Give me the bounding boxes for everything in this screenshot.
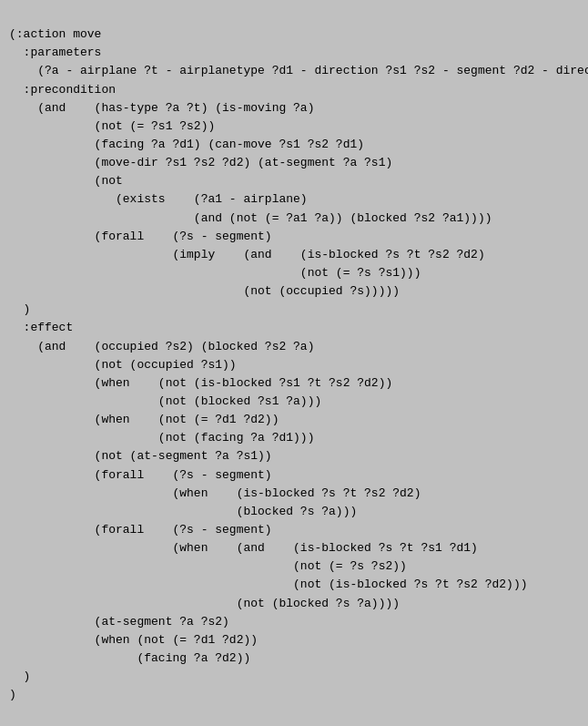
- code-line: (not (occupied ?s1)): [9, 356, 579, 374]
- code-line: (not (facing ?a ?d1))): [9, 429, 579, 447]
- code-line: (not (at-segment ?a ?s1)): [9, 447, 579, 465]
- code-line: ): [9, 301, 579, 319]
- code-line: (not (blocked ?s1 ?a))): [9, 393, 579, 411]
- code-display: (:action move :parameters (?a - airplane…: [4, 4, 584, 708]
- code-line: (not: [9, 172, 579, 190]
- code-line: (move-dir ?s1 ?s2 ?d2) (at-segment ?a ?s…: [9, 154, 579, 172]
- code-line: (facing ?a ?d1) (can-move ?s1 ?s2 ?d1): [9, 136, 579, 154]
- code-line: (when (not (= ?d1 ?d2)): [9, 411, 579, 429]
- code-line: (imply (and (is-blocked ?s ?t ?s2 ?d2): [9, 246, 579, 264]
- code-line: (not (= ?s1 ?s2)): [9, 118, 579, 136]
- code-line: ): [9, 686, 579, 704]
- code-line: (:action move: [9, 26, 579, 44]
- code-line: (not (is-blocked ?s ?t ?s2 ?d2))): [9, 576, 579, 594]
- code-line: (forall (?s - segment): [9, 521, 579, 539]
- code-line: (and (occupied ?s2) (blocked ?s2 ?a): [9, 338, 579, 356]
- code-line: :precondition: [9, 81, 579, 99]
- code-line: (not (blocked ?s ?a)))): [9, 595, 579, 613]
- code-line: (and (has-type ?a ?t) (is-moving ?a): [9, 99, 579, 118]
- code-line: (when (and (is-blocked ?s ?t ?s1 ?d1): [9, 539, 579, 557]
- code-line: (when (not (is-blocked ?s1 ?t ?s2 ?d2)): [9, 374, 579, 393]
- code-line: (blocked ?s ?a))): [9, 503, 579, 521]
- code-line: :parameters: [9, 44, 579, 62]
- code-line: (forall (?s - segment): [9, 228, 579, 246]
- code-line: (forall (?s - segment): [9, 466, 579, 485]
- code-line: (at-segment ?a ?s2): [9, 613, 579, 631]
- code-line: ): [9, 668, 579, 686]
- code-line: (exists (?a1 - airplane): [9, 190, 579, 209]
- code-line: (when (is-blocked ?s ?t ?s2 ?d2): [9, 485, 579, 503]
- code-line: (not (occupied ?s))))): [9, 282, 579, 301]
- code-line: (facing ?a ?d2)): [9, 649, 579, 668]
- code-line: (when (not (= ?d1 ?d2)): [9, 631, 579, 649]
- code-line: (not (= ?s ?s1))): [9, 264, 579, 282]
- code-line: :effect: [9, 319, 579, 337]
- code-line: (?a - airplane ?t - airplanetype ?d1 - d…: [9, 62, 579, 80]
- code-line: (and (not (= ?a1 ?a)) (blocked ?s2 ?a1))…: [9, 210, 579, 228]
- code-line: (not (= ?s ?s2)): [9, 557, 579, 576]
